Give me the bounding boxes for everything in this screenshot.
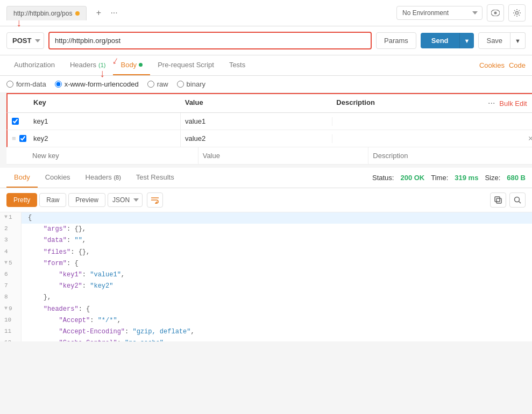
tab-headers[interactable]: Headers (1) [62,55,114,75]
environment-section: No Environment [396,4,526,22]
time-value: 319 ms [455,174,478,182]
format-bar: Pretty Raw Preview JSON XML HTML Text [0,188,532,212]
preview-button[interactable]: Preview [68,193,105,207]
code-link[interactable]: Code [509,61,526,69]
new-value-input[interactable] [198,147,368,164]
row1-value[interactable]: value1 [180,113,332,130]
line-content-12: "Cache-Control": "no-cache", [22,338,174,341]
line-content-10: "Accept": "*/*", [22,315,127,326]
option-binary[interactable]: binary [177,80,205,88]
drag-handle-icon[interactable]: ≡ [12,134,16,142]
option-form-data[interactable]: form-data [6,80,46,88]
request-tabs-nav: Authorization Headers (1) Body Pre-reque… [0,55,532,76]
code-line-10: 10 "Accept": "*/*", [0,315,532,326]
row2-key[interactable]: key2 [29,130,180,147]
radio-form-data[interactable] [6,81,13,88]
row2-check[interactable]: ≡ [8,134,29,142]
tab-body-label: Body [120,61,137,69]
status-section: Status: 200 OK Time: 319 ms Size: 680 B [372,174,526,182]
column-options-icon[interactable]: ··· [488,98,495,108]
format-right-actions [490,192,526,208]
code-line-1: ▼ 1 { [0,212,532,224]
search-icon [514,196,521,204]
binary-label: binary [187,80,205,88]
line-num-11: 11 [0,326,22,338]
tab-body[interactable]: Body [113,55,150,75]
save-button[interactable]: Save [478,32,510,49]
row1-check[interactable] [8,118,29,125]
option-raw[interactable]: raw [147,80,168,88]
copy-button[interactable] [490,192,506,208]
line-content-1: { [22,212,38,224]
line-content-3: "data": "", [22,235,93,246]
svg-point-5 [515,197,520,202]
url-input[interactable] [48,32,372,49]
row1-description[interactable] [332,117,484,126]
code-area[interactable]: ▼ 1 { 2 "args": {}, 3 "data": "", 4 "fil… [0,212,532,341]
radio-raw[interactable] [147,81,154,88]
collapse-arrow-9[interactable]: ▼ [4,304,8,313]
line-num-10: 10 [0,315,22,326]
row1-checkbox[interactable] [12,118,19,125]
radio-urlencoded[interactable] [55,81,62,88]
send-dropdown-button[interactable]: ▼ [459,33,474,48]
resp-tab-cookies[interactable]: Cookies [38,168,78,188]
resp-tab-test-results[interactable]: Test Results [129,168,182,188]
table-row: key1 value1 [6,113,532,130]
eye-icon-button[interactable] [487,4,504,22]
new-key-row [6,147,532,165]
row2-description[interactable] [332,134,484,143]
line-num-4: 4 [0,247,22,258]
table-header: Key Value Description ··· Bulk Edit [6,93,532,113]
line-content-6: "key1": "value1", [22,269,131,281]
send-button-group: Send ▼ [421,33,474,48]
resp-tab-headers[interactable]: Headers (8) [78,168,129,188]
params-table: Key Value Description ··· Bulk Edit key1… [6,93,532,165]
format-select[interactable]: JSON XML HTML Text [108,194,142,206]
svg-point-2 [516,12,519,15]
tab-prerequest[interactable]: Pre-request Script [150,55,222,75]
tab-tests[interactable]: Tests [222,55,253,75]
save-dropdown-button[interactable]: ▼ [510,32,526,49]
new-tab-button[interactable]: + [91,5,106,20]
row2-actions: × [484,134,532,144]
pretty-button[interactable]: Pretty [6,193,37,207]
resp-tab-body[interactable]: Body [6,168,38,188]
option-urlencoded[interactable]: x-www-form-urlencoded [55,80,139,88]
settings-icon-button[interactable] [508,4,526,22]
collapse-arrow-1[interactable]: ▼ [4,213,8,222]
delete-row2-button[interactable]: × [528,134,532,144]
svg-rect-4 [495,197,500,202]
search-button[interactable] [509,192,526,208]
line-content-11: "Accept-Encoding": "gzip, deflate", [22,326,201,338]
tab-dot [75,11,80,16]
environment-select[interactable]: No Environment [396,6,483,20]
body-dot [139,63,143,67]
size-value: 680 B [507,174,526,182]
bulk-edit-button[interactable]: Bulk Edit [499,99,527,108]
collapse-arrow-5[interactable]: ▼ [4,259,8,267]
tab-url-label: http://httpbin.org/pos [13,10,72,17]
code-line-7: 7 "key2": "key2" [0,281,532,292]
wrap-button[interactable] [147,192,163,208]
right-links: Cookies Code [479,61,526,69]
params-button[interactable]: Params [376,32,416,49]
header-check-col [8,98,29,108]
new-desc-input[interactable] [368,147,532,164]
body-options-wrapper: form-data x-www-form-urlencoded raw bina… [0,76,532,93]
row2-value[interactable]: value2 [180,130,332,147]
row2-checkbox[interactable] [19,135,26,142]
request-bar-wrapper: POST Params Send ▼ Save ▼ ↓ ↓ [0,26,532,55]
radio-binary[interactable] [177,81,184,88]
form-data-label: form-data [16,80,46,88]
method-select[interactable]: POST [6,32,44,49]
row1-key[interactable]: key1 [29,113,180,130]
line-content-2: "args": {}, [22,224,93,235]
new-key-input[interactable] [28,147,198,164]
tab-authorization[interactable]: Authorization [6,55,62,75]
raw-button[interactable]: Raw [39,193,66,207]
more-tabs-button[interactable]: ··· [110,8,117,18]
browser-tab[interactable]: http://httpbin.org/pos [6,6,87,20]
send-button[interactable]: Send [421,33,459,48]
cookies-link[interactable]: Cookies [479,61,505,69]
